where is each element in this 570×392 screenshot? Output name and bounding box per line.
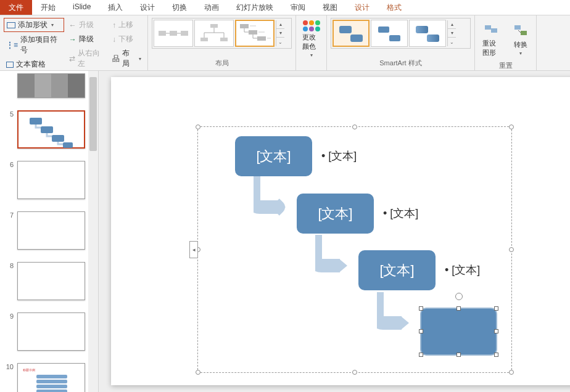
tab-review[interactable]: 审阅 bbox=[282, 0, 314, 15]
tab-design[interactable]: 设计 bbox=[131, 0, 163, 15]
svg-rect-14 bbox=[378, 26, 390, 33]
tab-slideshow[interactable]: 幻灯片放映 bbox=[228, 0, 282, 15]
resize-handle[interactable] bbox=[509, 370, 514, 375]
svg-rect-19 bbox=[491, 28, 497, 33]
slide-thumbnail[interactable] bbox=[17, 161, 85, 199]
rtl-icon: ⇄ bbox=[69, 54, 75, 63]
style-option-1[interactable] bbox=[332, 20, 370, 47]
workspace: 5 6 7 8 9 10 标题示例 bbox=[0, 71, 570, 392]
svg-rect-17 bbox=[427, 35, 439, 42]
layout-button[interactable]: 品 布局 ▾ bbox=[110, 47, 144, 70]
move-down-button[interactable]: ↓ 下移 bbox=[110, 33, 144, 46]
style-option-3[interactable] bbox=[409, 20, 446, 47]
demote-button[interactable]: → 降级 bbox=[67, 33, 107, 46]
slide-item-10[interactable]: 10 标题示例 bbox=[0, 362, 98, 392]
ribbon: 添加形状 ▾ ⋮≡ 添加项目符号 文本窗格 ← 升级 → bbox=[0, 15, 570, 71]
add-bullet-button[interactable]: ⋮≡ 添加项目符号 bbox=[4, 33, 64, 57]
smartart-bullet-2[interactable]: [文本] bbox=[383, 206, 418, 221]
slide-panel-scrollbar[interactable] bbox=[88, 71, 98, 392]
resize-handle[interactable] bbox=[509, 125, 514, 129]
tab-islide[interactable]: iSlide bbox=[64, 0, 99, 15]
tab-transition[interactable]: 切换 bbox=[163, 0, 196, 15]
slide-item-8[interactable]: 8 bbox=[0, 261, 98, 311]
reset-label: 重设图形 bbox=[482, 39, 500, 57]
style-more[interactable]: ⌄ bbox=[448, 38, 456, 46]
smartart-bullet-3[interactable]: [文本] bbox=[445, 263, 480, 277]
resize-handle[interactable] bbox=[494, 353, 498, 357]
smartart-node-1[interactable]: [文本] bbox=[235, 136, 312, 176]
resize-handle[interactable] bbox=[419, 306, 423, 311]
tab-home[interactable]: 开始 bbox=[32, 0, 64, 15]
slide-canvas[interactable]: ◂ [文本] [文本] [文本] [文本] bbox=[111, 77, 570, 385]
smartart-node-2[interactable]: [文本] bbox=[297, 194, 374, 234]
slide-thumbnail[interactable] bbox=[17, 110, 85, 149]
svg-rect-16 bbox=[416, 26, 428, 33]
svg-rect-18 bbox=[485, 25, 491, 30]
style-option-2[interactable] bbox=[371, 20, 408, 47]
svg-rect-22 bbox=[30, 118, 42, 125]
slide-thumbnail[interactable] bbox=[17, 312, 85, 351]
slide-item-7[interactable]: 7 bbox=[0, 210, 98, 261]
layout-option-2[interactable] bbox=[194, 20, 234, 47]
resize-handle[interactable] bbox=[352, 370, 357, 375]
resize-handle[interactable] bbox=[456, 306, 461, 311]
resize-handle[interactable] bbox=[196, 125, 200, 129]
slide-thumbnail[interactable] bbox=[17, 262, 85, 300]
tab-animation[interactable]: 动画 bbox=[196, 0, 228, 15]
resize-handle[interactable] bbox=[494, 329, 498, 333]
resize-handle[interactable] bbox=[509, 247, 514, 252]
svg-rect-7 bbox=[249, 30, 257, 35]
style-up[interactable]: ▴ bbox=[448, 20, 456, 29]
tab-insert[interactable]: 插入 bbox=[99, 0, 131, 15]
rtl-button[interactable]: ⇄ 从右向左 bbox=[67, 47, 107, 70]
style-down[interactable]: ▾ bbox=[448, 29, 456, 38]
slide-thumbnail[interactable] bbox=[17, 73, 85, 98]
style-gallery-nav: ▴ ▾ ⌄ bbox=[447, 20, 456, 46]
svg-rect-27 bbox=[36, 375, 67, 378]
tab-view[interactable]: 视图 bbox=[314, 0, 346, 15]
slide-thumbnail[interactable] bbox=[17, 211, 85, 250]
gallery-down[interactable]: ▾ bbox=[276, 29, 284, 38]
change-colors-button[interactable]: 更改颜色 ▾ bbox=[300, 18, 323, 60]
resize-handle[interactable] bbox=[352, 125, 357, 129]
svg-rect-29 bbox=[36, 385, 67, 388]
gallery-nav: ▴ ▾ ⌄ bbox=[276, 20, 284, 46]
convert-button[interactable]: 转换 ▾ bbox=[507, 19, 534, 59]
svg-rect-6 bbox=[240, 24, 249, 28]
smartart-node-3[interactable]: [文本] bbox=[358, 250, 436, 290]
slide-item-6[interactable]: 6 bbox=[0, 160, 98, 210]
text-pane-toggle[interactable]: ◂ bbox=[189, 241, 198, 258]
gallery-more[interactable]: ⌄ bbox=[276, 38, 284, 46]
slide-item-9[interactable]: 9 bbox=[0, 311, 98, 362]
promote-button[interactable]: ← 升级 bbox=[67, 18, 107, 31]
slide-editor[interactable]: ◂ [文本] [文本] [文本] [文本] bbox=[99, 71, 570, 392]
add-shape-button[interactable]: 添加形状 ▾ bbox=[4, 18, 64, 32]
slide-item-4[interactable] bbox=[0, 73, 98, 109]
resize-handle[interactable] bbox=[419, 353, 423, 357]
tab-smartart-design[interactable]: 设计 bbox=[346, 0, 378, 15]
demote-icon: → bbox=[69, 35, 76, 44]
slide-thumbnail[interactable]: 标题示例 bbox=[17, 363, 85, 392]
tab-format[interactable]: 格式 bbox=[378, 0, 410, 15]
resize-handle[interactable] bbox=[419, 329, 423, 333]
smartart-frame[interactable]: ◂ [文本] [文本] [文本] [文本] bbox=[197, 126, 512, 373]
smartart-node-4-selected[interactable] bbox=[420, 308, 497, 356]
resize-handle[interactable] bbox=[456, 353, 461, 357]
ribbon-group-reset: 重设图形 转换 ▾ 重置 bbox=[475, 15, 537, 70]
scrollbar-thumb[interactable] bbox=[89, 77, 97, 151]
move-up-button[interactable]: ↑ 上移 bbox=[110, 18, 144, 31]
slide-number: 10 bbox=[5, 363, 14, 370]
rotate-handle[interactable] bbox=[455, 293, 463, 300]
layout-option-1[interactable] bbox=[154, 20, 193, 47]
reset-graphic-button[interactable]: 重设图形 bbox=[477, 18, 505, 60]
tab-file[interactable]: 文件 bbox=[0, 0, 32, 15]
resize-handle[interactable] bbox=[494, 306, 498, 311]
text-pane-button[interactable]: 文本窗格 bbox=[4, 58, 64, 71]
svg-rect-23 bbox=[41, 126, 53, 133]
smartart-bullet-1[interactable]: [文本] bbox=[321, 149, 357, 163]
gallery-up[interactable]: ▴ bbox=[276, 20, 284, 29]
slide-item-5[interactable]: 5 bbox=[0, 109, 98, 160]
layout-option-3[interactable] bbox=[235, 20, 275, 47]
resize-handle[interactable] bbox=[196, 370, 200, 375]
slide-panel[interactable]: 5 6 7 8 9 10 标题示例 bbox=[0, 71, 99, 392]
